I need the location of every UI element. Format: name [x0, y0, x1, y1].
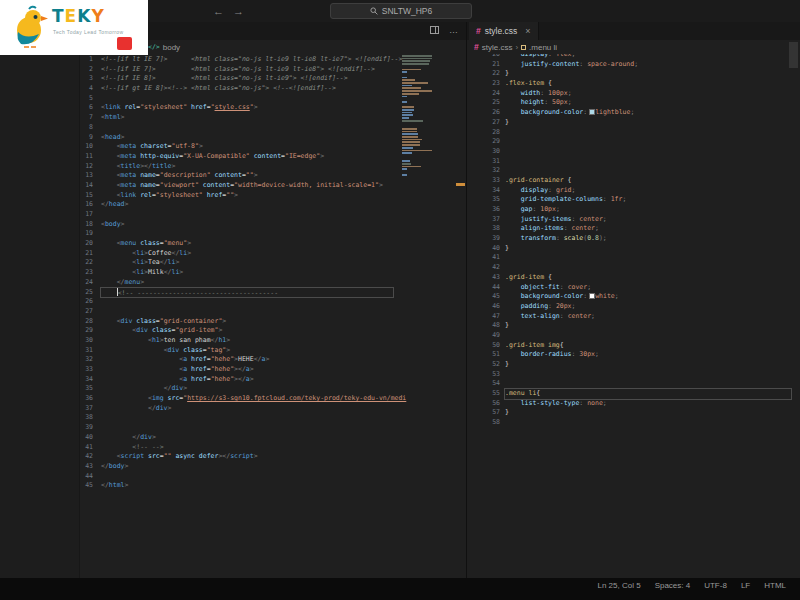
- line-number: 34: [0, 375, 93, 385]
- status-item[interactable]: UTF-8: [704, 581, 727, 590]
- line-number: 8: [0, 123, 93, 133]
- line-number: 22: [467, 69, 500, 79]
- code-line: 46 padding: 20px;: [467, 302, 800, 312]
- line-number: 43: [467, 273, 500, 283]
- minimap-line: [402, 101, 407, 103]
- close-tab-icon[interactable]: ×: [525, 26, 530, 36]
- line-number: 29: [467, 137, 500, 147]
- minimap-line: [402, 136, 418, 138]
- line-number: 24: [467, 89, 500, 99]
- code-line: 1<!--[if lt IE 7]> <html class="no-js lt…: [0, 55, 455, 65]
- code-line: 30: [467, 147, 800, 157]
- color-swatch: [590, 294, 594, 298]
- code-line: 37 justify-items: center;: [467, 215, 800, 225]
- code-line: 32: [467, 166, 800, 176]
- line-number: 3: [0, 74, 93, 84]
- css-file-icon: #: [476, 26, 481, 36]
- code-line: 56 list-style-type: none;: [467, 399, 800, 409]
- status-item[interactable]: Ln 25, Col 5: [597, 581, 640, 590]
- code-line: 38 align-items: center;: [467, 224, 800, 234]
- tab-style-css[interactable]: # style.css ×: [469, 22, 539, 40]
- minimap-line: [402, 120, 423, 122]
- forward-button[interactable]: →: [233, 4, 244, 18]
- code-line: 35 grid-template-columns: 1fr;: [467, 195, 800, 205]
- command-center-search[interactable]: SNLTW_HP6: [330, 3, 472, 19]
- code-line: 58: [467, 418, 800, 428]
- line-number: 35: [0, 384, 93, 394]
- status-item[interactable]: Spaces: 4: [655, 581, 691, 590]
- code-line: 31: [467, 157, 800, 167]
- minimap-line: [402, 160, 410, 162]
- line-number: 20: [0, 239, 93, 249]
- status-item[interactable]: HTML: [764, 581, 786, 590]
- minimap-line: [402, 150, 432, 152]
- css-editor[interactable]: 20 display: flex;21 justify-content: spa…: [467, 54, 800, 578]
- line-number: 41: [0, 443, 93, 453]
- line-number: 40: [467, 244, 500, 254]
- line-number: 38: [0, 413, 93, 423]
- status-item[interactable]: LF: [741, 581, 750, 590]
- line-number: 49: [467, 331, 500, 341]
- line-number: 21: [467, 60, 500, 70]
- line-number: 30: [0, 336, 93, 346]
- line-number: 33: [467, 176, 500, 186]
- code-line: 33 <a href="hehe"></a>: [0, 365, 455, 375]
- minimap-line: [402, 60, 430, 62]
- line-number: 51: [467, 350, 500, 360]
- code-line: 47 text-align: center;: [467, 312, 800, 322]
- minimap-line: [402, 69, 421, 71]
- tab-bar-right: # style.css ×: [467, 22, 800, 40]
- line-number: 28: [467, 128, 500, 138]
- line-number: 13: [0, 171, 93, 181]
- more-actions-icon[interactable]: …: [449, 26, 458, 34]
- html-editor[interactable]: 1<!--[if lt IE 7]> <html class="no-js lt…: [0, 54, 455, 578]
- code-line: 44 object-fit: cover;: [467, 283, 800, 293]
- minimap-line: [402, 168, 407, 170]
- line-number: 46: [467, 302, 500, 312]
- line-number: 40: [0, 433, 93, 443]
- line-number: 27: [467, 118, 500, 128]
- line-number: 30: [467, 147, 500, 157]
- code-line: 13 <meta name="description" content="">: [0, 171, 455, 181]
- back-button[interactable]: ←: [213, 4, 224, 18]
- code-line: 23 <li>Milk</li>: [0, 268, 455, 278]
- line-number: 26: [467, 108, 500, 118]
- line-number: 39: [467, 234, 500, 244]
- line-number: 32: [0, 355, 93, 365]
- line-number: 26: [0, 297, 93, 307]
- line-number: 23: [0, 268, 93, 278]
- scrollbar-thumb[interactable]: [789, 42, 798, 68]
- line-number: 38: [467, 224, 500, 234]
- code-line: 11 <meta http-equiv="X-UA-Compatible" co…: [0, 152, 455, 162]
- breadcrumb-item-file[interactable]: style.css: [482, 43, 513, 52]
- minimap-line: [402, 79, 415, 81]
- code-line: 57}: [467, 408, 800, 418]
- breadcrumb-right: # style.css › .menu li: [467, 40, 800, 54]
- minimap-line: [402, 147, 413, 149]
- line-number: 47: [467, 312, 500, 322]
- line-number: 45: [0, 481, 93, 491]
- code-line: 50.grid-item img{: [467, 341, 800, 351]
- line-number: 34: [467, 186, 500, 196]
- code-line: 49: [467, 331, 800, 341]
- code-line: 17: [0, 210, 455, 220]
- line-number: 48: [467, 321, 500, 331]
- split-editor-icon[interactable]: [430, 26, 439, 34]
- code-line: 8: [0, 123, 455, 133]
- code-line: 24 width: 100px;: [467, 89, 800, 99]
- code-line: 31 <div class="tag">: [0, 346, 455, 356]
- line-number: 28: [0, 317, 93, 327]
- code-line: 40 </div>: [0, 433, 455, 443]
- minimap[interactable]: [402, 55, 438, 195]
- minimap-line: [402, 141, 420, 143]
- line-number: 56: [467, 399, 500, 409]
- breadcrumb-item-selector[interactable]: .menu li: [529, 43, 557, 52]
- code-line: 2<!--[if IE 7]> <html class="no-js lt-ie…: [0, 65, 455, 75]
- line-number: 11: [0, 152, 93, 162]
- minimap-line: [402, 77, 407, 79]
- minimap-line: [402, 87, 421, 89]
- minimap-line: [402, 139, 422, 141]
- breadcrumb-item-body[interactable]: body: [163, 43, 180, 52]
- line-number: 2: [0, 65, 93, 75]
- line-number: 45: [467, 292, 500, 302]
